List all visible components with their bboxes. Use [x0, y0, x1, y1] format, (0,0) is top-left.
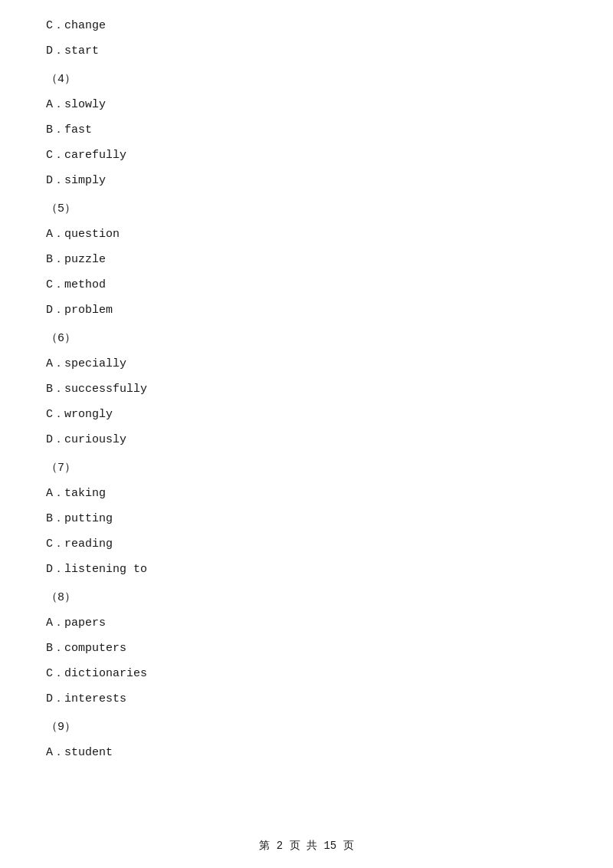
page-footer: 第 2 页 共 15 页: [0, 839, 613, 853]
item-7c: C．reading: [46, 534, 567, 554]
section-4-number: （4）: [46, 69, 567, 90]
item-d-start: D．start: [46, 41, 567, 61]
item-4c: C．carefully: [46, 145, 567, 166]
item-6b: B．successfully: [46, 379, 567, 399]
item-8c: C．dictionaries: [46, 663, 567, 684]
item-8b: B．computers: [46, 638, 567, 659]
item-5b: B．puzzle: [46, 249, 567, 270]
item-4d: D．simply: [46, 170, 567, 191]
section-7-number: （7）: [46, 458, 567, 478]
section-8-number: （8）: [46, 587, 567, 608]
page-content: C．change D．start （4） A．slowly B．fast C．c…: [0, 0, 613, 814]
item-7a: A．taking: [46, 483, 567, 504]
item-5c: C．method: [46, 275, 567, 295]
item-6a: A．specially: [46, 353, 567, 374]
item-c-change: C．change: [46, 15, 567, 36]
section-5-number: （5）: [46, 199, 567, 219]
item-8d: D．interests: [46, 689, 567, 709]
item-5d: D．problem: [46, 300, 567, 321]
item-6d: D．curiously: [46, 429, 567, 450]
item-7d: D．listening to: [46, 559, 567, 580]
item-4b: B．fast: [46, 120, 567, 140]
item-5a: A．question: [46, 224, 567, 245]
item-6c: C．wrongly: [46, 404, 567, 425]
item-8a: A．papers: [46, 613, 567, 633]
section-6-number: （6）: [46, 328, 567, 349]
item-4a: A．slowly: [46, 94, 567, 115]
item-7b: B．putting: [46, 508, 567, 529]
section-9-number: （9）: [46, 717, 567, 738]
item-9a: A．student: [46, 742, 567, 763]
